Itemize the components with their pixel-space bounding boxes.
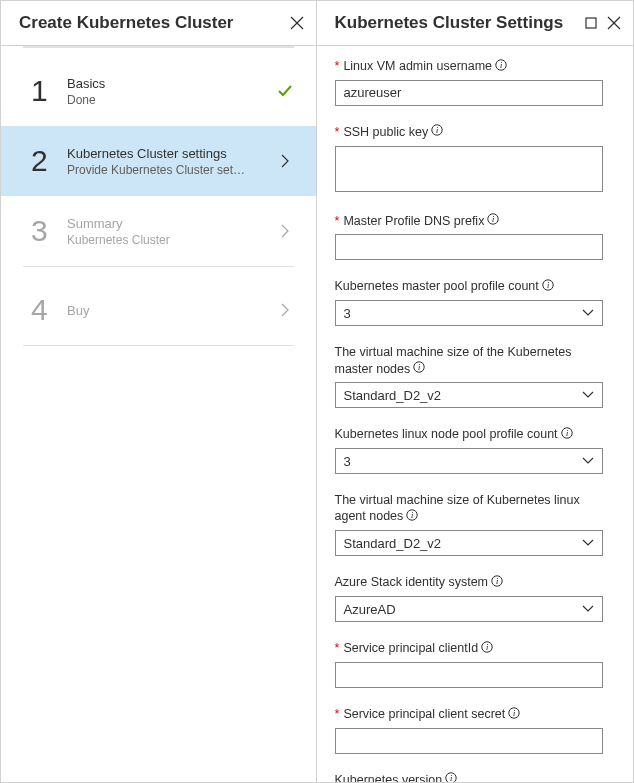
chevron-right-icon (281, 224, 289, 238)
field-label: *Master Profile DNS prefixi (335, 213, 604, 230)
svg-text:i: i (496, 577, 498, 586)
step-text: Basics Done (67, 76, 276, 107)
maximize-icon[interactable] (585, 17, 597, 29)
field-ssh-key: *SSH public keyi (335, 124, 604, 195)
required-star: * (335, 707, 340, 721)
master-size-select[interactable]: Standard_D2_v2 (335, 382, 604, 408)
field-dns-prefix: *Master Profile DNS prefixi (335, 213, 604, 261)
required-star: * (335, 59, 340, 73)
field-linux-vm-user: *Linux VM admin usernamei (335, 58, 604, 106)
info-icon[interactable]: i (413, 361, 425, 377)
svg-rect-2 (586, 18, 596, 28)
wizard-step-settings[interactable]: 2 Kubernetes Cluster settings Provide Ku… (1, 126, 316, 196)
wizard-header: Create Kubernetes Cluster (1, 1, 316, 46)
sp-clientid-input[interactable] (335, 662, 604, 688)
info-icon[interactable]: i (431, 124, 443, 140)
step-number: 4 (31, 293, 63, 327)
step-number: 2 (31, 144, 63, 178)
dns-prefix-input[interactable] (335, 234, 604, 260)
svg-text:i: i (500, 61, 502, 70)
step-indicator (276, 224, 294, 238)
field-label: *Linux VM admin usernamei (335, 58, 604, 75)
chevron-right-icon (281, 154, 289, 168)
chevron-down-icon (582, 605, 594, 613)
step-title: Kubernetes Cluster settings (67, 146, 276, 161)
linux-vm-user-input[interactable] (335, 80, 604, 106)
info-icon[interactable]: i (542, 279, 554, 295)
svg-text:i: i (486, 643, 488, 652)
svg-text:i: i (565, 429, 567, 438)
step-subtitle: Done (67, 93, 247, 107)
info-icon[interactable]: i (481, 641, 493, 657)
step-subtitle: Provide Kubernetes Cluster settin... (67, 163, 247, 177)
info-icon[interactable]: i (406, 509, 418, 525)
master-count-select[interactable]: 3 (335, 300, 604, 326)
check-icon (277, 83, 293, 99)
settings-header-icons (585, 16, 621, 30)
step-indicator (276, 83, 294, 99)
field-label: Kubernetes master pool profile counti (335, 278, 604, 295)
field-label: Kubernetes linux node pool profile count… (335, 426, 604, 443)
chevron-down-icon (582, 457, 594, 465)
step-text: Buy (67, 303, 276, 318)
node-count-select[interactable]: 3 (335, 448, 604, 474)
wizard-header-icons (290, 16, 304, 30)
step-indicator (276, 303, 294, 317)
dialog-container: Create Kubernetes Cluster 1 Basics Done … (0, 0, 634, 783)
svg-text:i: i (411, 511, 413, 520)
required-star: * (335, 125, 340, 139)
step-text: Summary Kubernetes Cluster (67, 216, 276, 247)
sp-secret-input[interactable] (335, 728, 604, 754)
step-title: Basics (67, 76, 276, 91)
step-title: Summary (67, 216, 276, 231)
wizard-step-summary[interactable]: 3 Summary Kubernetes Cluster (23, 196, 294, 266)
wizard-panel: Create Kubernetes Cluster 1 Basics Done … (1, 1, 317, 782)
node-size-select[interactable]: Standard_D2_v2 (335, 530, 604, 556)
svg-text:i: i (492, 215, 494, 224)
svg-text:i: i (450, 774, 452, 782)
svg-text:i: i (513, 709, 515, 718)
chevron-down-icon (582, 309, 594, 317)
info-icon[interactable]: i (561, 427, 573, 443)
step-title: Buy (67, 303, 276, 318)
wizard-step-buy[interactable]: 4 Buy (23, 275, 294, 345)
info-icon[interactable]: i (495, 59, 507, 75)
chevron-down-icon (582, 391, 594, 399)
wizard-title: Create Kubernetes Cluster (19, 13, 233, 33)
wizard-step-basics[interactable]: 1 Basics Done (23, 56, 294, 126)
settings-panel: Kubernetes Cluster Settings *Linux VM ad… (317, 1, 634, 782)
settings-title: Kubernetes Cluster Settings (335, 13, 564, 33)
info-icon[interactable]: i (491, 575, 503, 591)
field-label: Azure Stack identity systemi (335, 574, 604, 591)
field-label: *Service principal clientIdi (335, 640, 604, 657)
field-node-size: The virtual machine size of Kubernetes l… (335, 492, 604, 556)
close-icon[interactable] (290, 16, 304, 30)
required-star: * (335, 641, 340, 655)
wizard-steps-2: 4 Buy (1, 267, 316, 345)
svg-text:i: i (547, 281, 549, 290)
info-icon[interactable]: i (508, 707, 520, 723)
step-number: 3 (31, 214, 63, 248)
required-star: * (335, 214, 340, 228)
field-master-count: Kubernetes master pool profile counti 3 (335, 278, 604, 326)
field-label: *Service principal client secreti (335, 706, 604, 723)
info-icon[interactable]: i (487, 213, 499, 229)
identity-select[interactable]: AzureAD (335, 596, 604, 622)
field-label: The virtual machine size of the Kubernet… (335, 344, 604, 377)
step-text: Kubernetes Cluster settings Provide Kube… (67, 146, 276, 177)
field-sp-clientid: *Service principal clientIdi (335, 640, 604, 688)
ssh-key-input[interactable] (335, 146, 604, 192)
close-icon[interactable] (607, 16, 621, 30)
settings-form: *Linux VM admin usernamei *SSH public ke… (317, 46, 634, 782)
svg-text:i: i (418, 363, 420, 372)
step-indicator (276, 154, 294, 168)
settings-header: Kubernetes Cluster Settings (317, 1, 634, 46)
wizard-steps: 1 Basics Done 2 Kubernetes Cluster setti… (1, 48, 316, 266)
svg-text:i: i (436, 126, 438, 135)
info-icon[interactable]: i (445, 772, 457, 782)
chevron-right-icon (281, 303, 289, 317)
field-master-size: The virtual machine size of the Kubernet… (335, 344, 604, 408)
field-node-count: Kubernetes linux node pool profile count… (335, 426, 604, 474)
field-label: *SSH public keyi (335, 124, 604, 141)
field-sp-secret: *Service principal client secreti (335, 706, 604, 754)
